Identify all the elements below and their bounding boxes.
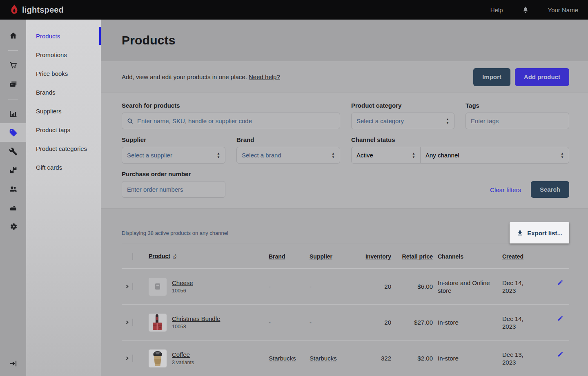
channel-status-label: Channel status <box>351 136 569 143</box>
sidebar-item-products[interactable]: Products <box>26 27 101 45</box>
purchase-order-label: Purchase order number <box>122 170 225 177</box>
inventory-cell: 20 <box>355 319 391 326</box>
column-header-created[interactable]: Created <box>494 253 546 260</box>
supplier-cell: - <box>310 319 355 326</box>
ecommerce-icon[interactable] <box>0 198 26 217</box>
select-arrows-icon: ▲▼ <box>412 152 415 159</box>
sidebar-item-suppliers[interactable]: Suppliers <box>26 102 101 120</box>
created-cell: Dec 13, 2023 <box>494 351 533 366</box>
export-list-button[interactable]: Export list... <box>510 222 569 243</box>
register-icon[interactable] <box>0 75 26 93</box>
tags-input[interactable] <box>471 117 564 124</box>
search-icon <box>127 118 134 124</box>
retail-price-cell: $6.00 <box>391 283 433 290</box>
download-icon <box>517 230 523 237</box>
brand-cell[interactable]: Starbucks <box>269 355 310 362</box>
brand-select[interactable]: Select a brand ▲▼ <box>236 147 340 164</box>
brand-cell: - <box>269 283 310 290</box>
brand-name: lightspeed <box>22 5 64 15</box>
product-sku: 10058 <box>172 324 220 330</box>
supplier-cell[interactable]: Starbucks <box>310 355 355 362</box>
settings-gear-icon[interactable] <box>0 217 26 236</box>
help-link[interactable]: Help <box>490 7 503 13</box>
expand-row-chevron-icon[interactable] <box>122 320 132 325</box>
top-navigation-bar: lightspeed Help Your Name <box>0 0 588 20</box>
table-row: Cheese 10056 - - 20 $6.00 In-store and O… <box>122 269 569 305</box>
search-button[interactable]: Search <box>531 181 569 198</box>
table-header-row: Product↓AZ Brand Supplier Inventory Reta… <box>122 244 569 269</box>
results-summary: Displaying 38 active products on any cha… <box>122 230 228 236</box>
sidebar-item-product-tags[interactable]: Product tags <box>26 120 101 139</box>
brand-cell: - <box>269 319 310 326</box>
flame-logo-icon <box>10 4 19 15</box>
lightspeed-logo[interactable]: lightspeed <box>10 4 64 15</box>
search-label: Search for products <box>122 102 340 109</box>
app-window: lightspeed Help Your Name <box>0 0 588 376</box>
notification-bell-icon[interactable] <box>522 6 529 14</box>
product-filters-panel: Search for products Product category Sel… <box>101 93 588 209</box>
purchase-order-input[interactable] <box>127 186 220 193</box>
sidebar-item-promotions[interactable]: Promotions <box>26 45 101 64</box>
select-arrows-icon: ▲▼ <box>561 152 564 159</box>
column-header-supplier[interactable]: Supplier <box>310 253 355 260</box>
edit-product-pencil-icon[interactable] <box>546 315 569 321</box>
setup-wrench-icon[interactable] <box>0 142 26 161</box>
expand-row-chevron-icon[interactable] <box>122 356 132 361</box>
sidebar-item-brands[interactable]: Brands <box>26 83 101 102</box>
main-content: Products Add, view and edit your product… <box>101 20 588 376</box>
sidebar-item-price-books[interactable]: Price books <box>26 64 101 83</box>
product-name-link[interactable]: Coffee <box>172 351 194 358</box>
user-menu[interactable]: Your Name <box>548 7 579 13</box>
customers-icon[interactable] <box>0 179 26 198</box>
select-arrows-icon: ▲▼ <box>446 118 449 124</box>
edit-product-pencil-icon[interactable] <box>546 351 569 357</box>
row-checkbox[interactable] <box>132 354 133 362</box>
products-list-section: Displaying 38 active products on any cha… <box>101 209 588 376</box>
tags-field[interactable] <box>466 113 569 129</box>
edit-product-pencil-icon[interactable] <box>546 279 569 285</box>
clear-filters-link[interactable]: Clear filters <box>490 186 521 193</box>
need-help-link[interactable]: Need help? <box>249 73 280 80</box>
home-icon[interactable] <box>0 26 26 45</box>
expand-row-chevron-icon[interactable] <box>122 284 132 289</box>
row-checkbox[interactable] <box>132 283 133 290</box>
row-checkbox[interactable] <box>132 318 133 326</box>
add-product-button[interactable]: Add product <box>515 68 569 86</box>
reporting-icon[interactable] <box>0 104 26 123</box>
column-header-product[interactable]: Product↓AZ <box>149 253 269 260</box>
product-thumbnail-coffee <box>149 349 167 367</box>
category-select[interactable]: Select a category ▲▼ <box>351 113 454 129</box>
column-header-retail-price[interactable]: Retail price <box>391 253 433 260</box>
product-variants: 3 variants <box>172 360 194 365</box>
product-thumbnail-placeholder <box>149 278 167 296</box>
import-button[interactable]: Import <box>473 68 510 86</box>
brand-label: Brand <box>236 136 340 143</box>
product-search-field[interactable] <box>122 113 340 129</box>
product-sku: 10056 <box>172 288 193 294</box>
search-input[interactable] <box>137 117 335 124</box>
channels-cell: In-store <box>433 318 494 326</box>
sort-az-icon: ↓AZ <box>172 254 176 260</box>
select-all-checkbox[interactable] <box>132 253 133 260</box>
products-table: Product↓AZ Brand Supplier Inventory Reta… <box>122 244 569 376</box>
sidebar-item-product-categories[interactable]: Product categories <box>26 139 101 158</box>
created-cell: Dec 14, 2023 <box>494 315 533 330</box>
column-header-brand[interactable]: Brand <box>269 253 310 260</box>
channel-select[interactable]: Any channel ▲▼ <box>421 147 569 163</box>
status-select[interactable]: Active ▲▼ <box>352 147 421 163</box>
table-row: Coffee 3 variants Starbucks Starbucks 32… <box>122 341 569 376</box>
page-description: Add, view and edit your products in one … <box>122 73 247 80</box>
column-header-inventory[interactable]: Inventory <box>355 253 391 260</box>
cart-icon[interactable] <box>0 56 26 75</box>
sidebar-item-gift-cards[interactable]: Gift cards <box>26 158 101 177</box>
catalog-tag-icon[interactable] <box>0 123 26 142</box>
inventory-boxes-icon[interactable] <box>0 161 26 179</box>
purchase-order-field[interactable] <box>122 181 225 198</box>
channels-cell: In-store and Online store <box>433 279 494 294</box>
collapse-sidebar-icon[interactable] <box>0 351 26 376</box>
product-name-link[interactable]: Cheese <box>172 279 193 286</box>
product-name-link[interactable]: Christmas Bundle <box>172 315 220 322</box>
retail-price-cell: $27.00 <box>391 319 433 326</box>
table-row: Christmas Bundle 10058 - - 20 $27.00 In-… <box>122 305 569 341</box>
supplier-select[interactable]: Select a supplier ▲▼ <box>122 147 225 164</box>
